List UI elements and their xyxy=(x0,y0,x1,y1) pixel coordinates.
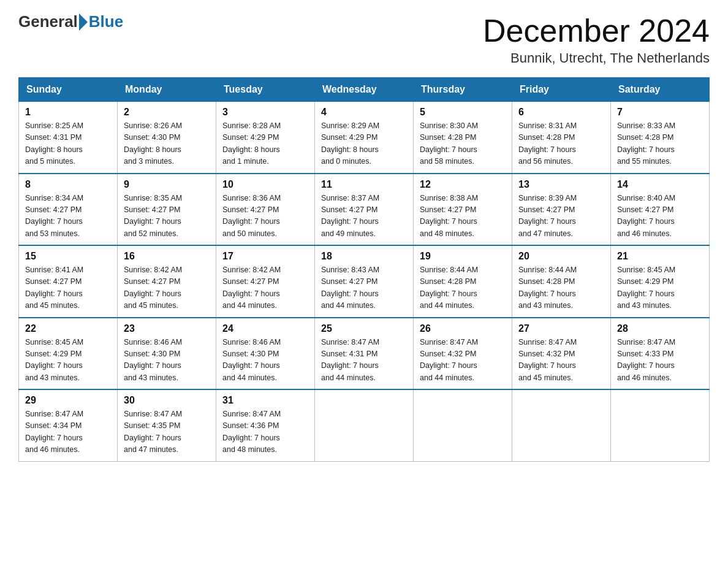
day-info: Sunrise: 8:47 AMSunset: 4:36 PMDaylight:… xyxy=(222,408,308,456)
calendar-day-cell: 30Sunrise: 8:47 AMSunset: 4:35 PMDayligh… xyxy=(118,389,216,461)
calendar-day-cell: 4Sunrise: 8:29 AMSunset: 4:29 PMDaylight… xyxy=(315,102,414,174)
calendar-day-cell xyxy=(315,389,414,461)
calendar-header-row: SundayMondayTuesdayWednesdayThursdayFrid… xyxy=(19,78,710,102)
day-info: Sunrise: 8:36 AMSunset: 4:27 PMDaylight:… xyxy=(222,193,308,240)
calendar-day-cell: 7Sunrise: 8:33 AMSunset: 4:28 PMDaylight… xyxy=(611,102,710,174)
day-of-week-header: Thursday xyxy=(414,78,512,102)
day-number: 24 xyxy=(222,323,308,334)
day-number: 4 xyxy=(321,107,407,118)
day-info: Sunrise: 8:45 AMSunset: 4:29 PMDaylight:… xyxy=(617,264,703,312)
day-number: 26 xyxy=(420,323,506,334)
calendar-day-cell: 18Sunrise: 8:43 AMSunset: 4:27 PMDayligh… xyxy=(315,245,414,318)
day-of-week-header: Friday xyxy=(512,78,611,102)
day-number: 27 xyxy=(518,323,604,334)
calendar-day-cell: 8Sunrise: 8:34 AMSunset: 4:27 PMDaylight… xyxy=(19,174,118,246)
calendar-day-cell: 14Sunrise: 8:40 AMSunset: 4:27 PMDayligh… xyxy=(611,174,710,246)
calendar-day-cell: 23Sunrise: 8:46 AMSunset: 4:30 PMDayligh… xyxy=(118,318,216,390)
month-title: December 2024 xyxy=(483,12,710,49)
calendar-day-cell: 11Sunrise: 8:37 AMSunset: 4:27 PMDayligh… xyxy=(315,174,414,246)
day-info: Sunrise: 8:31 AMSunset: 4:28 PMDaylight:… xyxy=(518,120,604,168)
calendar-day-cell: 13Sunrise: 8:39 AMSunset: 4:27 PMDayligh… xyxy=(512,174,611,246)
day-info: Sunrise: 8:46 AMSunset: 4:30 PMDaylight:… xyxy=(222,337,308,385)
calendar-day-cell: 21Sunrise: 8:45 AMSunset: 4:29 PMDayligh… xyxy=(611,245,710,318)
day-info: Sunrise: 8:43 AMSunset: 4:27 PMDaylight:… xyxy=(321,264,407,312)
calendar-day-cell: 29Sunrise: 8:47 AMSunset: 4:34 PMDayligh… xyxy=(19,389,118,461)
day-number: 10 xyxy=(222,179,308,190)
calendar-week-row: 8Sunrise: 8:34 AMSunset: 4:27 PMDaylight… xyxy=(19,174,710,246)
day-info: Sunrise: 8:47 AMSunset: 4:33 PMDaylight:… xyxy=(617,337,703,385)
calendar-day-cell: 12Sunrise: 8:38 AMSunset: 4:27 PMDayligh… xyxy=(414,174,512,246)
calendar-day-cell: 22Sunrise: 8:45 AMSunset: 4:29 PMDayligh… xyxy=(19,318,118,390)
calendar-day-cell: 16Sunrise: 8:42 AMSunset: 4:27 PMDayligh… xyxy=(118,245,216,318)
day-number: 28 xyxy=(617,323,703,334)
day-info: Sunrise: 8:47 AMSunset: 4:34 PMDaylight:… xyxy=(25,408,111,456)
day-info: Sunrise: 8:26 AMSunset: 4:30 PMDaylight:… xyxy=(124,120,210,168)
calendar-day-cell: 9Sunrise: 8:35 AMSunset: 4:27 PMDaylight… xyxy=(118,174,216,246)
day-number: 16 xyxy=(124,251,210,262)
calendar-day-cell: 27Sunrise: 8:47 AMSunset: 4:32 PMDayligh… xyxy=(512,318,611,390)
day-number: 8 xyxy=(25,179,111,190)
calendar-day-cell: 6Sunrise: 8:31 AMSunset: 4:28 PMDaylight… xyxy=(512,102,611,174)
day-info: Sunrise: 8:29 AMSunset: 4:29 PMDaylight:… xyxy=(321,120,407,168)
calendar-day-cell: 28Sunrise: 8:47 AMSunset: 4:33 PMDayligh… xyxy=(611,318,710,390)
day-of-week-header: Wednesday xyxy=(315,78,414,102)
day-info: Sunrise: 8:30 AMSunset: 4:28 PMDaylight:… xyxy=(420,120,506,168)
day-number: 11 xyxy=(321,179,407,190)
calendar-day-cell: 17Sunrise: 8:42 AMSunset: 4:27 PMDayligh… xyxy=(216,245,315,318)
day-info: Sunrise: 8:47 AMSunset: 4:31 PMDaylight:… xyxy=(321,337,407,385)
day-of-week-header: Sunday xyxy=(19,78,118,102)
day-number: 2 xyxy=(124,107,210,118)
day-number: 7 xyxy=(617,107,703,118)
day-of-week-header: Saturday xyxy=(611,78,710,102)
calendar-day-cell: 15Sunrise: 8:41 AMSunset: 4:27 PMDayligh… xyxy=(19,245,118,318)
calendar-day-cell: 10Sunrise: 8:36 AMSunset: 4:27 PMDayligh… xyxy=(216,174,315,246)
day-number: 22 xyxy=(25,323,111,334)
day-number: 15 xyxy=(25,251,111,262)
day-number: 30 xyxy=(124,395,210,406)
calendar-day-cell: 2Sunrise: 8:26 AMSunset: 4:30 PMDaylight… xyxy=(118,102,216,174)
day-number: 14 xyxy=(617,179,703,190)
day-of-week-header: Tuesday xyxy=(216,78,315,102)
logo-arrow-icon xyxy=(79,13,88,31)
logo: General Blue xyxy=(18,12,123,31)
day-info: Sunrise: 8:41 AMSunset: 4:27 PMDaylight:… xyxy=(25,264,111,312)
calendar-day-cell xyxy=(414,389,512,461)
logo-blue-text: Blue xyxy=(89,12,123,31)
day-of-week-header: Monday xyxy=(118,78,216,102)
day-number: 3 xyxy=(222,107,308,118)
calendar-day-cell: 1Sunrise: 8:25 AMSunset: 4:31 PMDaylight… xyxy=(19,102,118,174)
day-number: 31 xyxy=(222,395,308,406)
day-info: Sunrise: 8:40 AMSunset: 4:27 PMDaylight:… xyxy=(617,193,703,240)
calendar-week-row: 22Sunrise: 8:45 AMSunset: 4:29 PMDayligh… xyxy=(19,318,710,390)
calendar-table: SundayMondayTuesdayWednesdayThursdayFrid… xyxy=(18,77,710,462)
day-number: 20 xyxy=(518,251,604,262)
calendar-day-cell: 26Sunrise: 8:47 AMSunset: 4:32 PMDayligh… xyxy=(414,318,512,390)
logo-general-text: General xyxy=(18,12,78,31)
calendar-day-cell: 20Sunrise: 8:44 AMSunset: 4:28 PMDayligh… xyxy=(512,245,611,318)
title-section: December 2024 Bunnik, Utrecht, The Nethe… xyxy=(483,12,710,66)
day-number: 18 xyxy=(321,251,407,262)
day-info: Sunrise: 8:47 AMSunset: 4:35 PMDaylight:… xyxy=(124,408,210,456)
day-info: Sunrise: 8:38 AMSunset: 4:27 PMDaylight:… xyxy=(420,193,506,240)
day-number: 17 xyxy=(222,251,308,262)
day-info: Sunrise: 8:39 AMSunset: 4:27 PMDaylight:… xyxy=(518,193,604,240)
calendar-day-cell xyxy=(611,389,710,461)
page-header: General Blue December 2024 Bunnik, Utrec… xyxy=(18,12,710,66)
day-info: Sunrise: 8:37 AMSunset: 4:27 PMDaylight:… xyxy=(321,193,407,240)
day-info: Sunrise: 8:47 AMSunset: 4:32 PMDaylight:… xyxy=(420,337,506,385)
calendar-day-cell: 5Sunrise: 8:30 AMSunset: 4:28 PMDaylight… xyxy=(414,102,512,174)
day-info: Sunrise: 8:33 AMSunset: 4:28 PMDaylight:… xyxy=(617,120,703,168)
day-info: Sunrise: 8:44 AMSunset: 4:28 PMDaylight:… xyxy=(518,264,604,312)
day-info: Sunrise: 8:25 AMSunset: 4:31 PMDaylight:… xyxy=(25,120,111,168)
day-info: Sunrise: 8:35 AMSunset: 4:27 PMDaylight:… xyxy=(124,193,210,240)
day-number: 25 xyxy=(321,323,407,334)
day-number: 29 xyxy=(25,395,111,406)
day-number: 13 xyxy=(518,179,604,190)
day-info: Sunrise: 8:45 AMSunset: 4:29 PMDaylight:… xyxy=(25,337,111,385)
calendar-day-cell xyxy=(512,389,611,461)
day-info: Sunrise: 8:47 AMSunset: 4:32 PMDaylight:… xyxy=(518,337,604,385)
day-number: 12 xyxy=(420,179,506,190)
calendar-day-cell: 19Sunrise: 8:44 AMSunset: 4:28 PMDayligh… xyxy=(414,245,512,318)
day-number: 6 xyxy=(518,107,604,118)
day-number: 23 xyxy=(124,323,210,334)
